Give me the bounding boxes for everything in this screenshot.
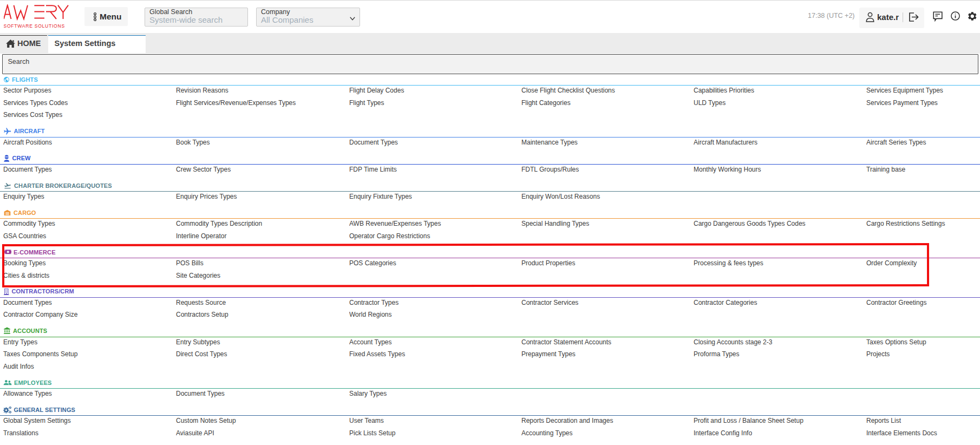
svg-text:SOFTWARE SOLUTIONS: SOFTWARE SOLUTIONS <box>4 23 65 29</box>
